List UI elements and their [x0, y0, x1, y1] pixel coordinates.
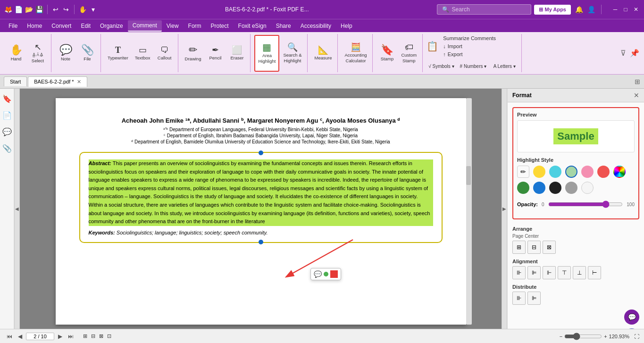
comment-popup-icon[interactable]: 💬 [314, 270, 322, 278]
sidebar-attachment-icon[interactable]: 📎 [0, 142, 14, 155]
status-icon3[interactable]: ⊠ [99, 333, 103, 339]
dropdown-icon[interactable]: ▾ [89, 5, 97, 14]
popup-square-icon[interactable] [330, 270, 338, 278]
color-red[interactable] [597, 166, 610, 178]
summarize-icon[interactable]: 📋 [427, 41, 438, 52]
search-bar[interactable]: 🔍 Search [437, 4, 531, 15]
note-button[interactable]: 💬 Note [55, 35, 76, 72]
menu-protect[interactable]: Protect [206, 21, 234, 31]
zoom-slider[interactable] [564, 333, 602, 340]
menu-edit[interactable]: Edit [76, 21, 95, 31]
menu-home[interactable]: Home [22, 21, 47, 31]
pencil-swatch[interactable]: ✏ [517, 166, 529, 178]
custom-stamp-button[interactable]: 🏷 CustomStamp [398, 35, 419, 72]
menu-share[interactable]: Share [271, 21, 296, 31]
user-icon[interactable]: 👤 [587, 5, 595, 14]
menu-organize[interactable]: Organize [95, 21, 128, 31]
scrollbar[interactable] [466, 98, 472, 325]
zoom-in-button[interactable]: + [604, 334, 607, 339]
ribbon-collapse-icon[interactable]: ⊽ [619, 47, 628, 59]
menu-convert[interactable]: Convert [47, 21, 76, 31]
align-right-btn[interactable]: ⊩ [543, 266, 556, 279]
numbers-button[interactable]: # Numbers ▾ [458, 61, 489, 72]
summarize-button[interactable]: Summarize Comments [440, 34, 499, 42]
pencil-button[interactable]: ✒ Pencil [205, 35, 226, 72]
color-dark-green[interactable] [517, 182, 529, 194]
align-center-v-btn[interactable]: ⊟ [527, 241, 541, 254]
menu-file[interactable]: File [4, 21, 22, 31]
left-collapse-handle[interactable]: ◀ [14, 89, 20, 329]
select-button[interactable]: ↖ A̲ Ā A̱ Select [27, 35, 48, 72]
zoom-out-button[interactable]: − [560, 334, 562, 339]
tab-start[interactable]: Start [4, 76, 27, 86]
export-button[interactable]: ↑ Export [440, 50, 499, 58]
close-button[interactable]: ✕ [632, 5, 640, 14]
save-icon[interactable]: 💾 [35, 5, 43, 14]
color-pink[interactable] [581, 166, 594, 178]
my-apps-button[interactable]: ⊞ My Apps [534, 5, 571, 15]
sidebar-bookmark-icon[interactable]: 🔖 [0, 92, 14, 105]
eraser-button[interactable]: ⬜ Eraser [226, 35, 247, 72]
drawing-button[interactable]: ✏ Drawing [182, 35, 204, 72]
color-green[interactable] [565, 166, 577, 178]
hand-tool-icon[interactable]: ✋ [78, 5, 87, 14]
color-black[interactable] [549, 182, 561, 194]
tab-close-icon[interactable]: ✕ [77, 79, 81, 85]
menu-view[interactable]: View [162, 21, 184, 31]
color-dot[interactable] [324, 272, 328, 276]
file-button[interactable]: 📎 File [77, 35, 98, 72]
pin-icon[interactable]: 📌 [628, 47, 641, 59]
sidebar-page-icon[interactable]: 📄 [0, 109, 14, 122]
redo-icon[interactable]: ↪ [62, 5, 70, 14]
measure-button[interactable]: 📐 Measure [311, 35, 335, 72]
distribute-v-btn[interactable]: ⊫ [527, 292, 541, 305]
tab-file[interactable]: BAES-6-2-2.pdf * ✕ [28, 76, 87, 87]
fullscreen-button[interactable]: ⛶ [634, 334, 639, 339]
opacity-slider[interactable] [548, 201, 623, 208]
ai-chat-button[interactable]: 💬 [624, 310, 639, 325]
textbox-button[interactable]: ▭ Textbox [132, 35, 153, 72]
letters-button[interactable]: A Letters ▾ [490, 61, 519, 72]
align-left-btn[interactable]: ⊪ [512, 266, 526, 279]
align-top-btn[interactable]: ⊤ [558, 266, 571, 279]
distribute-h-btn[interactable]: ⊪ [512, 292, 526, 305]
align-center-btn[interactable]: ⊫ [527, 266, 541, 279]
import-button[interactable]: ↓ Import [440, 42, 499, 50]
sidebar-comments-icon[interactable]: 💬 [0, 125, 14, 138]
color-gray[interactable] [565, 182, 577, 194]
minimize-button[interactable]: ─ [611, 5, 619, 14]
color-blue[interactable] [533, 182, 545, 194]
hand-button[interactable]: ✋ Hand [6, 35, 26, 72]
maximize-button[interactable]: □ [621, 5, 630, 14]
align-center-h-btn[interactable]: ⊞ [512, 241, 526, 254]
prev-page-button[interactable]: ◀ [16, 332, 24, 341]
pdf-area[interactable]: Acheoah John Emike ¹ᵃ, Abdullahi Sanni ᵇ… [20, 89, 502, 329]
accounting-calc-button[interactable]: 🧮 AccountingCalculator [342, 35, 369, 72]
callout-button[interactable]: 🗨 Callout [154, 35, 175, 72]
area-highlight-button[interactable]: ▦ AreaHighlight [254, 35, 279, 72]
menu-form[interactable]: Form [184, 21, 206, 31]
stamp-button[interactable]: 🔖 Stamp [376, 35, 397, 72]
color-rainbow[interactable] [613, 166, 626, 178]
align-bottom-btn[interactable]: ⊢ [588, 266, 601, 279]
last-page-button[interactable]: ⏭ [66, 332, 75, 341]
menu-accessibility[interactable]: Accessibility [296, 21, 336, 31]
status-icon1[interactable]: ⊞ [83, 333, 87, 339]
menu-foxit-esign[interactable]: Foxit eSign [234, 21, 271, 31]
align-both-btn[interactable]: ⊠ [543, 241, 556, 254]
menu-comment[interactable]: Comment [128, 20, 162, 32]
scrollbar-thumb[interactable] [466, 166, 471, 185]
tab-dropdown-icon[interactable]: ⊞ [635, 78, 640, 85]
open-icon[interactable]: 📂 [25, 5, 33, 14]
search-highlight-button[interactable]: 🔍 Search &Highlight [280, 35, 304, 72]
undo-icon[interactable]: ↩ [51, 5, 60, 14]
page-input[interactable] [26, 333, 54, 340]
menu-help[interactable]: Help [336, 21, 357, 31]
status-icon2[interactable]: ⊟ [91, 333, 95, 339]
align-middle-btn[interactable]: ⊥ [573, 266, 586, 279]
typewriter-button[interactable]: T Typewriter [105, 35, 131, 72]
status-icon4[interactable]: ⊡ [107, 333, 111, 339]
selection-handle-top[interactable] [259, 151, 263, 155]
color-white[interactable] [581, 182, 594, 194]
color-yellow[interactable] [533, 166, 545, 178]
